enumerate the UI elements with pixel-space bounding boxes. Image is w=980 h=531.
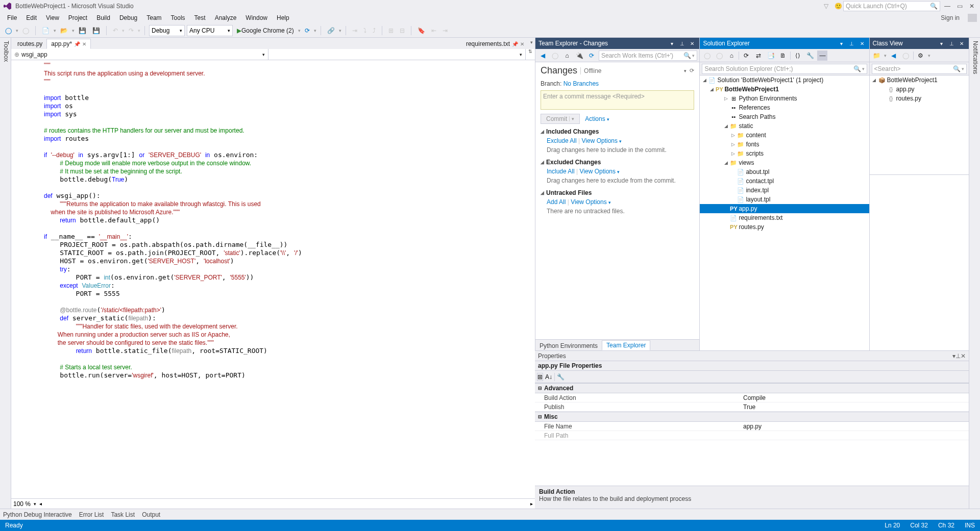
prop-category[interactable]: ⊟ Advanced <box>535 383 969 393</box>
tab-python-debug[interactable]: Python Debug Interactive <box>3 511 72 518</box>
tab-task-list[interactable]: Task List <box>111 511 135 518</box>
pin-icon[interactable]: ⊥ <box>947 39 955 47</box>
menu-window[interactable]: Window <box>241 13 272 22</box>
menu-test[interactable]: Test <box>190 13 210 22</box>
tree-item[interactable]: ▪▪References <box>700 103 869 112</box>
new-folder-button[interactable]: 📁 <box>872 50 882 61</box>
tree-item[interactable]: ▪▪Search Paths <box>700 112 869 121</box>
sync-button[interactable]: ⟳ <box>741 50 751 61</box>
save-button[interactable]: 💾 <box>77 25 88 36</box>
close-icon[interactable]: ✕ <box>961 352 966 360</box>
tab-overflow-button[interactable]: ▾ <box>528 39 535 49</box>
collapse-button[interactable]: ⇄ <box>753 50 764 61</box>
tree-item[interactable]: 📄requirements.txt <box>700 213 869 222</box>
property-pages-button[interactable]: 🔧 <box>557 373 565 381</box>
tree-item[interactable]: 📄index.tpl <box>700 186 869 195</box>
menu-analyze[interactable]: Analyze <box>211 13 241 22</box>
menu-help[interactable]: Help <box>273 13 293 22</box>
tab-error-list[interactable]: Error List <box>79 511 104 518</box>
fwd-button[interactable]: ◯ <box>901 50 911 61</box>
back-button[interactable]: ◯ <box>702 50 712 61</box>
close-icon[interactable]: ✕ <box>82 41 86 47</box>
zoom-level[interactable]: 100 % <box>13 500 31 508</box>
split-button[interactable]: ⇅ <box>526 49 535 60</box>
redo-button[interactable]: ↷ <box>127 25 136 36</box>
tree-item[interactable]: PYapp.py <box>700 204 869 213</box>
team-section-header[interactable]: ◢Excluded Changes <box>535 157 699 168</box>
pin-icon[interactable]: 📌 <box>512 41 518 47</box>
classview-item[interactable]: {}app.py <box>870 85 969 94</box>
menu-file[interactable]: File <box>3 13 21 22</box>
tree-item[interactable]: ◢static <box>700 121 869 131</box>
user-icon[interactable] <box>968 14 977 22</box>
back-button[interactable]: ◀ <box>889 50 899 61</box>
back-button[interactable]: ◀ <box>537 50 548 61</box>
menu-edit[interactable]: Edit <box>22 13 41 22</box>
fwd-button[interactable]: ◯ <box>714 50 724 61</box>
scope-combo[interactable]: ⊕wsgi_app▾ <box>11 49 268 60</box>
undo-button[interactable]: ↶ <box>111 25 120 36</box>
tab-python-env[interactable]: Python Environments <box>535 341 602 350</box>
feedback-icon[interactable]: ▽ <box>821 1 831 11</box>
tree-item[interactable]: 📄contact.tpl <box>700 176 869 186</box>
refresh-button[interactable]: ⟳ <box>586 50 597 61</box>
restore-button[interactable]: ▭ <box>954 1 965 11</box>
tree-item[interactable]: ▷content <box>700 131 869 140</box>
classview-item[interactable]: {}routes.py <box>870 94 969 103</box>
indent-button[interactable]: ⇤ <box>429 25 438 36</box>
panel-position-icon[interactable]: ▾ <box>838 39 846 47</box>
prop-row[interactable]: Full Path <box>535 431 969 440</box>
project-node[interactable]: ◢PYBottleWebProject1 <box>700 85 869 94</box>
tree-item[interactable]: ▷scripts <box>700 149 869 158</box>
comment-button[interactable]: ⊞ <box>386 25 396 36</box>
close-icon[interactable]: ✕ <box>958 39 966 47</box>
close-button[interactable]: ✕ <box>967 1 977 11</box>
hscroll-right-icon[interactable]: ▸ <box>530 501 533 507</box>
settings-button[interactable]: ⚙ <box>916 50 926 61</box>
menu-debug[interactable]: Debug <box>115 13 141 22</box>
pin-icon[interactable]: ⊥ <box>955 352 961 360</box>
zoom-dropdown-icon[interactable]: ▾ <box>34 501 36 507</box>
prop-category[interactable]: ⊟ Misc <box>535 412 969 422</box>
toolbox-tab[interactable]: Toolbox <box>0 38 11 509</box>
solution-root[interactable]: ◢📄Solution 'BottleWebProject1' (1 projec… <box>700 75 869 85</box>
refresh-button[interactable]: ⟳ <box>303 25 312 36</box>
doc-tab-routes[interactable]: routes.py <box>13 39 46 49</box>
fwd-button[interactable]: ◯ <box>550 50 560 61</box>
prop-row[interactable]: PublishTrue <box>535 402 969 412</box>
close-icon[interactable]: ✕ <box>688 39 696 47</box>
preview-button[interactable]: 🗎 <box>778 50 788 61</box>
menu-build[interactable]: Build <box>92 13 114 22</box>
hscroll-left-icon[interactable]: ◂ <box>39 501 42 507</box>
bookmark-button[interactable]: 🔖 <box>415 25 427 36</box>
menu-view[interactable]: View <box>42 13 63 22</box>
alphabetical-button[interactable]: A↓ <box>545 373 552 381</box>
browser-link-button[interactable]: 🔗 <box>325 25 337 36</box>
nav-fwd-button[interactable]: ◯ <box>20 25 31 36</box>
menu-project[interactable]: Project <box>64 13 91 22</box>
tree-item[interactable]: ▷⊞Python Environments <box>700 94 869 103</box>
signin-link[interactable]: Sign in <box>941 14 964 21</box>
close-icon[interactable]: ✕ <box>858 39 866 47</box>
classview-search[interactable]: <Search>🔍▾ <box>872 64 967 74</box>
step-button[interactable]: ⇥ <box>350 25 359 36</box>
menu-tools[interactable]: Tools <box>167 13 189 22</box>
step-out-button[interactable]: ⤴ <box>371 25 378 36</box>
menu-team[interactable]: Team <box>142 13 165 22</box>
save-all-button[interactable]: 💾 <box>90 25 102 36</box>
commit-button[interactable]: Commit▾ <box>541 114 580 124</box>
close-icon[interactable]: ✕ <box>520 41 524 47</box>
changes-menu-button[interactable]: ▾ <box>684 68 687 73</box>
quick-launch-input[interactable]: Quick Launch (Ctrl+Q) 🔍 <box>843 1 940 11</box>
notifications-tab[interactable]: Notifications <box>969 38 980 509</box>
home-button[interactable]: ⌂ <box>726 50 737 61</box>
classview-root[interactable]: ◢📦BottleWebProject1 <box>870 75 969 85</box>
open-button[interactable]: 📂 <box>58 25 70 36</box>
properties-grid[interactable]: ⊟ AdvancedBuild ActionCompilePublishTrue… <box>535 383 969 486</box>
prop-row[interactable]: Build ActionCompile <box>535 393 969 402</box>
show-all-button[interactable]: 📑 <box>766 50 776 61</box>
step-over-button[interactable]: ⤵ <box>361 25 369 36</box>
outdent-button[interactable]: ⇥ <box>440 25 450 36</box>
nav-back-button[interactable]: ◯ <box>3 25 14 36</box>
panel-position-icon[interactable]: ▾ <box>668 39 676 47</box>
